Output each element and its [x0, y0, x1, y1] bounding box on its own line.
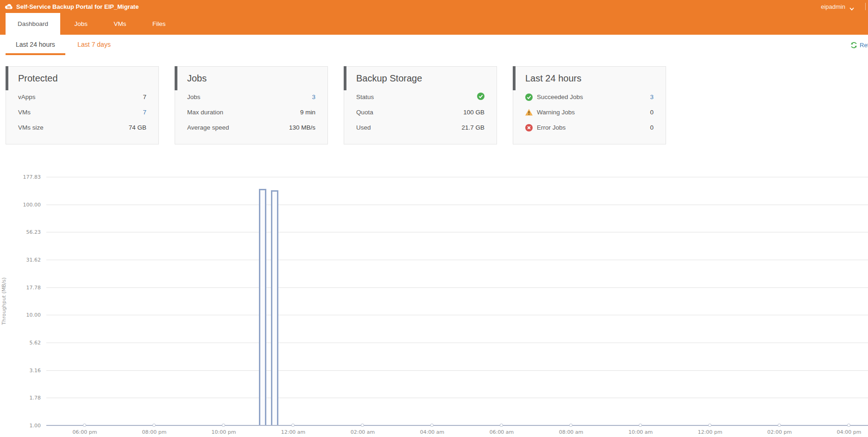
- chart-gridline: [46, 232, 868, 232]
- chevron-down-icon: [849, 5, 854, 8]
- stat-row-used: Used 21.7 GB: [356, 120, 484, 135]
- axis-tick-marker: [500, 424, 503, 427]
- x-axis-tick-label: 08:00 pm: [133, 429, 175, 435]
- stat-row-quota: Quota 100 GB: [356, 105, 484, 120]
- card-accent: [513, 66, 516, 90]
- main-tab-bar: Dashboard Jobs VMs Files: [0, 13, 868, 35]
- axis-tick-marker: [152, 424, 156, 427]
- stat-label: Used: [356, 124, 371, 131]
- stat-value: 130 MB/s: [289, 124, 315, 131]
- stat-label: Quota: [356, 109, 373, 116]
- x-axis-tick-label: 02:00 pm: [759, 429, 800, 435]
- stat-row-vms-size: VMs size 74 GB: [18, 120, 146, 135]
- stat-row-max-duration: Max duration 9 min: [187, 105, 315, 120]
- x-axis-tick-label: 10:00 am: [620, 429, 661, 435]
- y-axis-tick-label: 31.62: [0, 257, 41, 263]
- stat-value: 9 min: [300, 109, 315, 116]
- chart-gridline: [46, 260, 868, 260]
- user-name: eipadmin: [821, 3, 845, 10]
- stat-label: VMs: [18, 109, 31, 116]
- stat-row-jobs: Jobs 3: [187, 89, 315, 105]
- x-axis-tick-label: 04:00 pm: [828, 429, 868, 435]
- warning-icon: [525, 109, 533, 116]
- stat-label: Warning Jobs: [537, 109, 575, 116]
- x-axis-tick-label: 12:00 pm: [689, 429, 731, 435]
- error-icon: [525, 124, 533, 131]
- throughput-bar[interactable]: [271, 190, 278, 425]
- stat-value-link[interactable]: 7: [143, 109, 146, 116]
- cloud-icon: [5, 3, 13, 10]
- y-axis-tick-label: 3.16: [0, 368, 41, 374]
- axis-tick-marker: [708, 424, 711, 427]
- card-accent: [175, 66, 177, 90]
- chart-gridline: [46, 205, 868, 205]
- stat-row-average-speed: Average speed 130 MB/s: [187, 120, 315, 135]
- y-axis-tick-label: 17.78: [0, 285, 41, 291]
- chart-gridline: [46, 370, 868, 371]
- refresh-icon: [850, 42, 857, 49]
- y-axis-tick-label: 5.62: [0, 340, 41, 346]
- stat-value: 21.7 GB: [461, 124, 484, 131]
- stat-value-link[interactable]: 3: [312, 94, 315, 100]
- stat-value: 100 GB: [463, 109, 484, 116]
- stat-value: 0: [650, 109, 654, 116]
- tab-vms[interactable]: VMs: [101, 13, 138, 35]
- card-last-24-hours: Last 24 hours Succeeded Jobs 3: [513, 66, 666, 144]
- stat-label: Average speed: [187, 124, 229, 131]
- stat-value: 7: [143, 94, 146, 100]
- stat-label: VMs size: [18, 124, 44, 131]
- top-title-bar: Self-Service Backup Portal for EIP_Migra…: [0, 0, 868, 13]
- x-axis-tick-label: 06:00 pm: [64, 429, 106, 435]
- axis-tick-marker: [430, 424, 434, 427]
- card-title: Backup Storage: [356, 73, 497, 84]
- subtab-last-7-days[interactable]: Last 7 days: [67, 35, 121, 55]
- portal-title: Self-Service Backup Portal for EIP_Migra…: [16, 3, 138, 10]
- card-title: Last 24 hours: [525, 73, 666, 84]
- refresh-button[interactable]: Refresh: [850, 35, 868, 56]
- stat-row-error-jobs: Error Jobs 0: [525, 120, 654, 135]
- x-axis-tick-label: 06:00 am: [481, 429, 522, 435]
- stat-label: Jobs: [187, 94, 201, 100]
- axis-tick-marker: [778, 424, 781, 427]
- card-accent: [6, 66, 8, 90]
- axis-tick-marker: [361, 424, 364, 427]
- stat-label: Max duration: [187, 109, 223, 116]
- subtab-last-24-hours[interactable]: Last 24 hours: [6, 35, 65, 55]
- tab-files[interactable]: Files: [140, 13, 178, 35]
- axis-tick-marker: [639, 424, 642, 427]
- throughput-chart: Throughput (MB/s) 177.83100.0056.2331.62…: [0, 155, 868, 437]
- card-protected: Protected vApps 7 VMs 7 VMs size 74 GB: [6, 66, 159, 144]
- y-axis-title: Throughput (MB/s): [1, 269, 7, 334]
- status-ok-icon: [477, 93, 484, 100]
- chart-gridline: [46, 287, 868, 288]
- stat-row-vms: VMs 7: [18, 105, 146, 120]
- axis-tick-marker: [569, 424, 572, 427]
- card-title: Jobs: [187, 73, 327, 84]
- axis-tick-marker: [847, 424, 850, 427]
- period-sub-tabs: Last 24 hours Last 7 days: [0, 35, 868, 56]
- axis-tick-marker: [291, 424, 295, 427]
- stat-value: 0: [650, 124, 654, 131]
- x-axis-tick-label: 04:00 am: [411, 429, 453, 435]
- y-axis-tick-label: 1.00: [0, 423, 41, 429]
- tab-dashboard[interactable]: Dashboard: [6, 13, 60, 35]
- x-axis-line: [46, 425, 868, 426]
- y-axis-tick-label: 56.23: [0, 229, 41, 235]
- stat-row-succeeded-jobs: Succeeded Jobs 3: [525, 89, 654, 105]
- stat-value-link[interactable]: 3: [650, 94, 654, 100]
- stat-label: Status: [356, 94, 374, 100]
- chart-gridline: [46, 177, 868, 177]
- tab-jobs[interactable]: Jobs: [63, 13, 100, 35]
- chart-gridline: [46, 398, 868, 398]
- card-accent: [344, 66, 346, 90]
- y-axis-tick-label: 10.00: [0, 312, 41, 318]
- throughput-bar[interactable]: [259, 189, 266, 425]
- axis-tick-marker: [83, 424, 86, 427]
- chart-gridline: [46, 315, 868, 315]
- x-axis-tick-label: 12:00 am: [272, 429, 314, 435]
- card-backup-storage: Backup Storage Status Quota 100 GB Used …: [344, 66, 497, 144]
- y-axis-tick-label: 100.00: [0, 202, 41, 208]
- stat-label: Error Jobs: [537, 124, 566, 131]
- user-menu[interactable]: eipadmin: [821, 0, 854, 13]
- card-title: Protected: [18, 73, 158, 84]
